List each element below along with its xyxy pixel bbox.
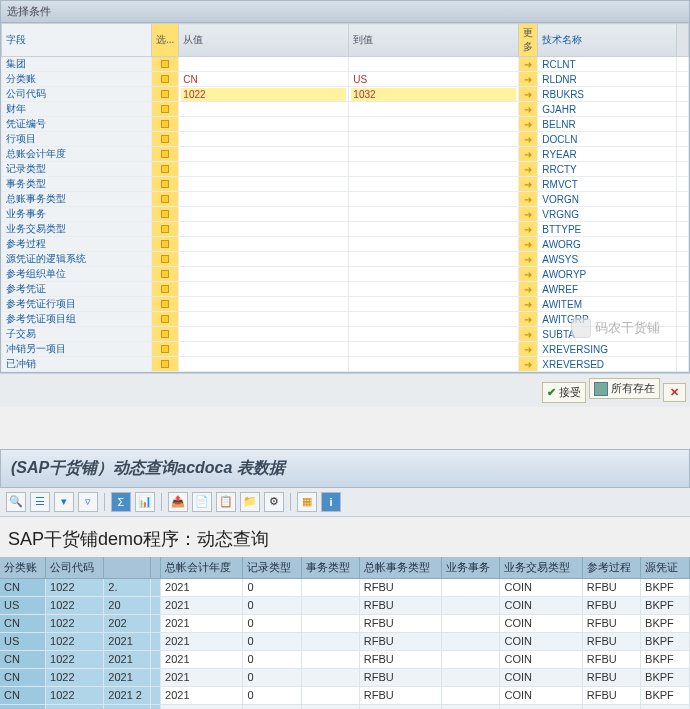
multiple-selection-button[interactable]: ➜ (519, 72, 538, 87)
result-col-header[interactable]: 记录类型 (243, 557, 301, 579)
multiple-selection-button[interactable]: ➜ (519, 87, 538, 102)
multiple-selection-button[interactable]: ➜ (519, 147, 538, 162)
excel-button[interactable]: 📄 (192, 492, 212, 512)
result-col-header[interactable]: 参考过程 (582, 557, 640, 579)
to-input[interactable] (351, 238, 516, 251)
multiple-selection-button[interactable]: ➜ (519, 162, 538, 177)
table-row[interactable]: CN10222021 220210RFBUCOINRFBUBKPF (0, 704, 690, 709)
table-row[interactable]: US10222020210RFBUCOINRFBUBKPF (0, 596, 690, 614)
sum-button[interactable]: Σ (111, 492, 131, 512)
to-input[interactable] (351, 343, 516, 356)
select-option-button[interactable] (152, 132, 179, 147)
to-input[interactable] (351, 118, 516, 131)
multiple-selection-button[interactable]: ➜ (519, 102, 538, 117)
to-input[interactable] (351, 193, 516, 206)
select-option-button[interactable] (152, 57, 179, 72)
multiple-selection-button[interactable]: ➜ (519, 327, 538, 342)
select-option-button[interactable] (152, 312, 179, 327)
result-col-header[interactable] (151, 557, 161, 579)
select-option-button[interactable] (152, 87, 179, 102)
to-input[interactable] (351, 133, 516, 146)
select-option-button[interactable] (152, 162, 179, 177)
from-input[interactable] (181, 238, 346, 251)
select-option-button[interactable] (152, 72, 179, 87)
result-col-header[interactable]: 分类账 (0, 557, 46, 579)
from-input[interactable] (181, 313, 346, 326)
from-input[interactable] (181, 223, 346, 236)
select-option-button[interactable] (152, 342, 179, 357)
from-input[interactable] (181, 343, 346, 356)
table-row[interactable]: CN1022202120210RFBUCOINRFBUBKPF (0, 650, 690, 668)
grid-button[interactable]: ▦ (297, 492, 317, 512)
from-input[interactable] (181, 58, 346, 71)
from-input[interactable] (181, 268, 346, 281)
table-row[interactable]: CN10222021 220210RFBUCOINRFBUBKPF (0, 686, 690, 704)
multiple-selection-button[interactable]: ➜ (519, 222, 538, 237)
multiple-selection-button[interactable]: ➜ (519, 132, 538, 147)
from-input[interactable] (181, 178, 346, 191)
result-col-header[interactable] (104, 557, 151, 579)
select-option-button[interactable] (152, 147, 179, 162)
select-option-button[interactable] (152, 192, 179, 207)
to-input[interactable] (351, 328, 516, 341)
from-input[interactable] (181, 358, 346, 371)
from-input[interactable] (181, 208, 346, 221)
from-input[interactable] (181, 103, 346, 116)
from-input[interactable] (181, 118, 346, 131)
result-col-header[interactable]: 总帐事务类型 (359, 557, 441, 579)
close-button[interactable]: ✕ (663, 383, 686, 402)
multiple-selection-button[interactable]: ➜ (519, 117, 538, 132)
to-input[interactable] (351, 88, 516, 101)
to-input[interactable] (351, 268, 516, 281)
to-input[interactable] (351, 73, 516, 86)
multiple-selection-button[interactable]: ➜ (519, 57, 538, 72)
info-button[interactable]: i (321, 492, 341, 512)
export-button[interactable]: 📤 (168, 492, 188, 512)
multiple-selection-button[interactable]: ➜ (519, 237, 538, 252)
select-option-button[interactable] (152, 252, 179, 267)
word-button[interactable]: 📋 (216, 492, 236, 512)
mail-button[interactable]: 📁 (240, 492, 260, 512)
to-input[interactable] (351, 223, 516, 236)
select-option-button[interactable] (152, 177, 179, 192)
from-input[interactable] (181, 298, 346, 311)
to-input[interactable] (351, 358, 516, 371)
to-input[interactable] (351, 103, 516, 116)
from-input[interactable] (181, 133, 346, 146)
to-input[interactable] (351, 178, 516, 191)
multiple-selection-button[interactable]: ➜ (519, 207, 538, 222)
result-col-header[interactable]: 事务类型 (301, 557, 359, 579)
multiple-selection-button[interactable]: ➜ (519, 282, 538, 297)
select-option-button[interactable] (152, 117, 179, 132)
result-col-header[interactable]: 源凭证 (641, 557, 690, 579)
select-option-button[interactable] (152, 102, 179, 117)
select-option-button[interactable] (152, 222, 179, 237)
multiple-selection-button[interactable]: ➜ (519, 342, 538, 357)
chart-button[interactable]: 📊 (135, 492, 155, 512)
accept-button[interactable]: ✔ 接受 (542, 382, 586, 403)
table-row[interactable]: CN10222.20210RFBUCOINRFBUBKPF (0, 578, 690, 596)
table-row[interactable]: US1022202120210RFBUCOINRFBUBKPF (0, 632, 690, 650)
from-input[interactable] (181, 283, 346, 296)
result-col-header[interactable]: 公司代码 (46, 557, 104, 579)
result-col-header[interactable]: 业务交易类型 (500, 557, 582, 579)
all-exist-button[interactable]: 所有存在 (589, 378, 660, 399)
find-button[interactable]: 🔍 (6, 492, 26, 512)
select-option-button[interactable] (152, 327, 179, 342)
multiple-selection-button[interactable]: ➜ (519, 267, 538, 282)
multiple-selection-button[interactable]: ➜ (519, 357, 538, 372)
to-input[interactable] (351, 283, 516, 296)
to-input[interactable] (351, 253, 516, 266)
select-option-button[interactable] (152, 237, 179, 252)
from-input[interactable] (181, 193, 346, 206)
from-input[interactable] (181, 163, 346, 176)
table-row[interactable]: CN102220220210RFBUCOINRFBUBKPF (0, 614, 690, 632)
select-option-button[interactable] (152, 357, 179, 372)
to-input[interactable] (351, 313, 516, 326)
filter-button[interactable]: ▿ (78, 492, 98, 512)
to-input[interactable] (351, 163, 516, 176)
to-input[interactable] (351, 148, 516, 161)
table-row[interactable]: CN1022202120210RFBUCOINRFBUBKPF (0, 668, 690, 686)
select-option-button[interactable] (152, 267, 179, 282)
multiple-selection-button[interactable]: ➜ (519, 252, 538, 267)
